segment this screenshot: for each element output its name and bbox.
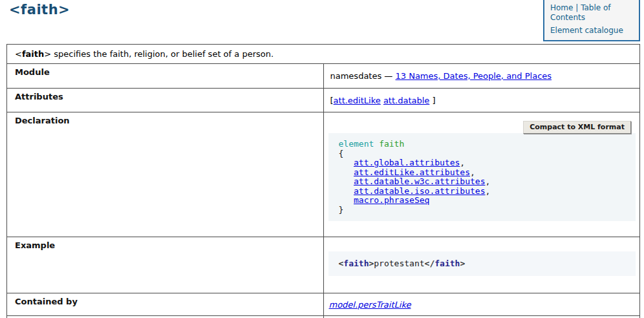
desc-open-bracket: <	[15, 49, 22, 59]
attributes-close-bracket: ]	[432, 96, 435, 105]
declaration-row: Declaration Compact to XML format elemen…	[7, 112, 640, 237]
element-spec-table: <faith> specifies the faith, religion, o…	[6, 44, 640, 318]
module-value: namesdates — 13 Names, Dates, People, an…	[323, 64, 640, 89]
top-nav-box: Home | Table of Contents Element catalog…	[543, 0, 640, 41]
example-end-open-punct: </	[425, 259, 435, 268]
att-datable-link[interactable]: att.datable	[383, 96, 429, 105]
model-perstraitlike-link[interactable]: model.persTraitLike	[329, 300, 411, 310]
attributes-row: Attributes [att.editLike att.datable ]	[7, 89, 640, 112]
declaration-value: Compact to XML format element faith { at…	[323, 112, 640, 237]
code-comma: ,	[460, 158, 465, 167]
code-open-brace: {	[339, 149, 344, 158]
nav-link-element-catalogue[interactable]: Element catalogue	[550, 26, 623, 35]
code-comma: ,	[485, 176, 490, 186]
nav-link-home[interactable]: Home	[550, 3, 573, 12]
code-comma: ,	[470, 167, 475, 177]
desc-close-bracket: >	[44, 49, 51, 59]
code-keyword-element: element	[339, 139, 374, 149]
module-row: Module namesdates — 13 Names, Dates, Peo…	[7, 64, 640, 89]
desc-text: specifies the faith, religion, or belief…	[51, 49, 274, 59]
attributes-value: [att.editLike att.datable ]	[323, 89, 640, 112]
example-row: Example <faith>protestant</faith>	[7, 237, 640, 293]
declaration-code: element faith { att.global.attributes, a…	[328, 133, 636, 221]
att-editlike-attributes-link[interactable]: att.editLike.attributes	[354, 167, 470, 177]
next-row-clipped	[7, 316, 640, 318]
att-datable-w3c-attributes-link[interactable]: att.datable.w3c.attributes	[354, 176, 486, 186]
page-title: <faith>	[9, 2, 70, 17]
nav-separator: |	[575, 3, 578, 12]
code-element-name: faith	[379, 139, 404, 149]
desc-tag-name: faith	[22, 49, 44, 59]
next-row-value	[323, 316, 640, 318]
example-value: <faith>protestant</faith>	[323, 237, 640, 293]
macro-phraseseq-link[interactable]: macro.phraseSeq	[354, 195, 429, 205]
attributes-label: Attributes	[7, 89, 324, 112]
att-editlike-link[interactable]: att.editLike	[334, 96, 381, 105]
module-name: namesdates —	[330, 71, 393, 81]
example-label: Example	[7, 237, 324, 293]
att-global-attributes-link[interactable]: att.global.attributes	[354, 158, 460, 167]
module-label: Module	[7, 64, 324, 89]
declaration-label: Declaration	[7, 112, 324, 237]
compact-to-xml-button[interactable]: Compact to XML format	[523, 121, 631, 134]
code-close-brace: }	[339, 205, 344, 215]
next-row-label	[7, 316, 324, 318]
code-comma: ,	[485, 186, 490, 196]
description-row: <faith> specifies the faith, religion, o…	[7, 45, 640, 64]
example-end-tag-name: faith	[435, 259, 460, 268]
element-description: <faith> specifies the faith, religion, o…	[7, 45, 640, 64]
example-content: protestant	[374, 259, 424, 268]
module-chapter-link[interactable]: 13 Names, Dates, People, and Places	[396, 71, 552, 81]
contained-by-row: Contained by model.persTraitLike	[7, 293, 640, 316]
example-tag-name: faith	[343, 259, 369, 268]
contained-by-value: model.persTraitLike	[323, 293, 640, 316]
contained-by-label: Contained by	[7, 293, 324, 316]
example-code: <faith>protestant</faith>	[328, 251, 636, 276]
att-datable-iso-attributes-link[interactable]: att.datable.iso.attributes	[354, 186, 486, 196]
example-end-close-punct: >	[460, 259, 465, 268]
